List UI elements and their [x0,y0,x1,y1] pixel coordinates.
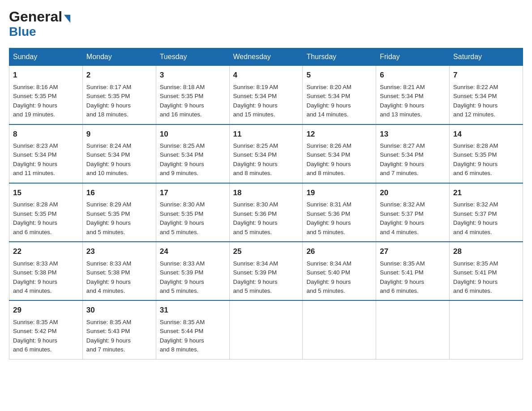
calendar-cell: 6Sunrise: 8:21 AMSunset: 5:34 PMDaylight… [376,66,450,124]
calendar-table: SundayMondayTuesdayWednesdayThursdayFrid… [9,48,523,360]
calendar-cell: 1Sunrise: 8:16 AMSunset: 5:35 PMDaylight… [9,66,83,124]
calendar-cell: 13Sunrise: 8:27 AMSunset: 5:34 PMDayligh… [376,124,450,183]
calendar-cell [229,300,303,359]
day-number: 21 [453,187,519,199]
day-number: 29 [13,304,79,316]
day-info: Sunrise: 8:33 AMSunset: 5:39 PMDaylight:… [160,259,226,296]
calendar-cell: 26Sunrise: 8:34 AMSunset: 5:40 PMDayligh… [303,242,376,300]
logo: General Blue [9,9,70,39]
calendar-cell: 2Sunrise: 8:17 AMSunset: 5:35 PMDaylight… [82,66,156,124]
day-number: 6 [380,69,446,81]
day-info: Sunrise: 8:24 AMSunset: 5:34 PMDaylight:… [86,141,152,178]
day-info: Sunrise: 8:28 AMSunset: 5:35 PMDaylight:… [453,141,519,178]
day-info: Sunrise: 8:18 AMSunset: 5:35 PMDaylight:… [160,83,226,120]
day-number: 31 [160,304,226,316]
day-number: 4 [233,69,299,81]
calendar-cell: 8Sunrise: 8:23 AMSunset: 5:34 PMDaylight… [9,124,83,183]
day-number: 11 [233,128,299,140]
day-number: 8 [13,128,79,140]
day-info: Sunrise: 8:30 AMSunset: 5:36 PMDaylight:… [233,200,299,237]
day-info: Sunrise: 8:26 AMSunset: 5:34 PMDaylight:… [306,141,372,178]
day-info: Sunrise: 8:35 AMSunset: 5:43 PMDaylight:… [86,318,152,355]
day-info: Sunrise: 8:35 AMSunset: 5:42 PMDaylight:… [13,318,79,355]
day-number: 27 [380,246,446,257]
calendar-cell: 14Sunrise: 8:28 AMSunset: 5:35 PMDayligh… [450,124,523,183]
calendar-cell: 25Sunrise: 8:34 AMSunset: 5:39 PMDayligh… [229,242,303,300]
day-number: 14 [453,128,519,140]
calendar-cell: 10Sunrise: 8:25 AMSunset: 5:34 PMDayligh… [156,124,229,183]
day-number: 7 [453,69,519,81]
calendar-cell: 22Sunrise: 8:33 AMSunset: 5:38 PMDayligh… [9,242,83,300]
day-info: Sunrise: 8:32 AMSunset: 5:37 PMDaylight:… [380,200,446,237]
col-header-friday: Friday [376,48,450,66]
day-info: Sunrise: 8:31 AMSunset: 5:36 PMDaylight:… [306,200,372,237]
day-number: 12 [306,128,372,140]
day-info: Sunrise: 8:34 AMSunset: 5:39 PMDaylight:… [233,259,299,296]
day-info: Sunrise: 8:25 AMSunset: 5:34 PMDaylight:… [160,141,226,178]
day-info: Sunrise: 8:35 AMSunset: 5:44 PMDaylight:… [160,318,226,355]
calendar-cell [303,300,376,359]
day-number: 9 [86,128,152,140]
calendar-cell: 4Sunrise: 8:19 AMSunset: 5:34 PMDaylight… [229,66,303,124]
week-row-5: 29Sunrise: 8:35 AMSunset: 5:42 PMDayligh… [9,300,523,359]
day-info: Sunrise: 8:27 AMSunset: 5:34 PMDaylight:… [380,141,446,178]
day-number: 1 [13,69,79,81]
day-info: Sunrise: 8:20 AMSunset: 5:34 PMDaylight:… [306,83,372,120]
col-header-sunday: Sunday [9,48,83,66]
calendar-cell: 3Sunrise: 8:18 AMSunset: 5:35 PMDaylight… [156,66,229,124]
day-number: 13 [380,128,446,140]
header-row: SundayMondayTuesdayWednesdayThursdayFrid… [9,48,523,66]
day-number: 17 [160,187,226,199]
day-number: 28 [453,246,519,257]
day-number: 18 [233,187,299,199]
day-info: Sunrise: 8:16 AMSunset: 5:35 PMDaylight:… [13,83,79,120]
day-number: 15 [13,187,79,199]
day-info: Sunrise: 8:30 AMSunset: 5:35 PMDaylight:… [160,200,226,237]
day-info: Sunrise: 8:28 AMSunset: 5:35 PMDaylight:… [13,200,79,237]
week-row-1: 1Sunrise: 8:16 AMSunset: 5:35 PMDaylight… [9,66,523,124]
day-number: 23 [86,246,152,257]
logo-blue: Blue [9,25,36,39]
calendar-cell [450,300,523,359]
day-info: Sunrise: 8:25 AMSunset: 5:34 PMDaylight:… [233,141,299,178]
calendar-cell: 5Sunrise: 8:20 AMSunset: 5:34 PMDaylight… [303,66,376,124]
day-info: Sunrise: 8:19 AMSunset: 5:34 PMDaylight:… [233,83,299,120]
calendar-cell: 30Sunrise: 8:35 AMSunset: 5:43 PMDayligh… [82,300,156,359]
calendar-cell [376,300,450,359]
day-number: 3 [160,69,226,81]
calendar-cell: 9Sunrise: 8:24 AMSunset: 5:34 PMDaylight… [82,124,156,183]
col-header-monday: Monday [82,48,156,66]
day-number: 5 [306,69,372,81]
day-info: Sunrise: 8:35 AMSunset: 5:41 PMDaylight:… [453,259,519,296]
col-header-thursday: Thursday [303,48,376,66]
col-header-saturday: Saturday [450,48,523,66]
calendar-cell: 28Sunrise: 8:35 AMSunset: 5:41 PMDayligh… [450,242,523,300]
day-number: 2 [86,69,152,81]
day-info: Sunrise: 8:21 AMSunset: 5:34 PMDaylight:… [380,83,446,120]
calendar-cell: 20Sunrise: 8:32 AMSunset: 5:37 PMDayligh… [376,183,450,242]
calendar-cell: 18Sunrise: 8:30 AMSunset: 5:36 PMDayligh… [229,183,303,242]
day-info: Sunrise: 8:23 AMSunset: 5:34 PMDaylight:… [13,141,79,178]
calendar-cell: 17Sunrise: 8:30 AMSunset: 5:35 PMDayligh… [156,183,229,242]
calendar-cell: 7Sunrise: 8:22 AMSunset: 5:34 PMDaylight… [450,66,523,124]
day-number: 26 [306,246,372,257]
week-row-3: 15Sunrise: 8:28 AMSunset: 5:35 PMDayligh… [9,183,523,242]
day-number: 25 [233,246,299,257]
day-number: 22 [13,246,79,257]
day-number: 16 [86,187,152,199]
day-info: Sunrise: 8:33 AMSunset: 5:38 PMDaylight:… [86,259,152,296]
day-info: Sunrise: 8:34 AMSunset: 5:40 PMDaylight:… [306,259,372,296]
calendar-cell: 24Sunrise: 8:33 AMSunset: 5:39 PMDayligh… [156,242,229,300]
day-info: Sunrise: 8:35 AMSunset: 5:41 PMDaylight:… [380,259,446,296]
calendar-cell: 29Sunrise: 8:35 AMSunset: 5:42 PMDayligh… [9,300,83,359]
calendar-cell: 12Sunrise: 8:26 AMSunset: 5:34 PMDayligh… [303,124,376,183]
logo-general: General [9,9,62,25]
week-row-4: 22Sunrise: 8:33 AMSunset: 5:38 PMDayligh… [9,242,523,300]
calendar-cell: 11Sunrise: 8:25 AMSunset: 5:34 PMDayligh… [229,124,303,183]
col-header-wednesday: Wednesday [229,48,303,66]
calendar-cell: 31Sunrise: 8:35 AMSunset: 5:44 PMDayligh… [156,300,229,359]
calendar-cell: 15Sunrise: 8:28 AMSunset: 5:35 PMDayligh… [9,183,83,242]
day-info: Sunrise: 8:22 AMSunset: 5:34 PMDaylight:… [453,83,519,120]
week-row-2: 8Sunrise: 8:23 AMSunset: 5:34 PMDaylight… [9,124,523,183]
calendar-cell: 21Sunrise: 8:32 AMSunset: 5:37 PMDayligh… [450,183,523,242]
